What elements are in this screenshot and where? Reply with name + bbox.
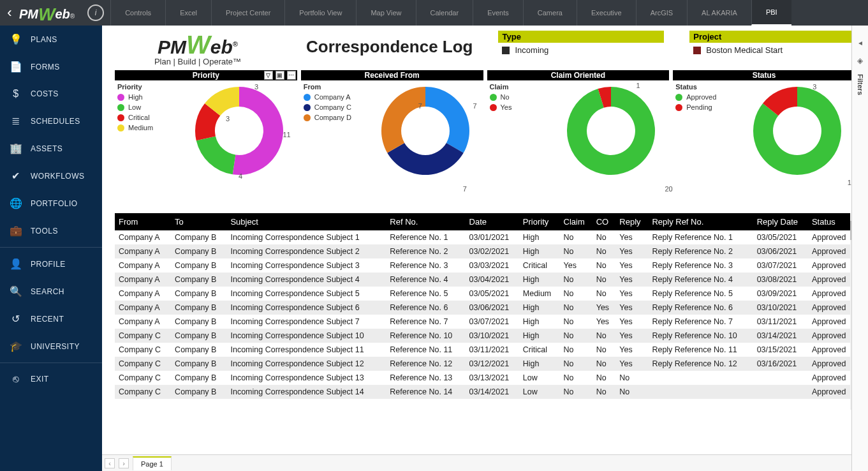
col-priority[interactable]: Priority (519, 213, 560, 230)
table-row[interactable]: Company ACompany BIncoming Correspondenc… (115, 258, 855, 273)
slicer-type[interactable]: Type Incoming (498, 31, 664, 57)
table-cell: No (592, 244, 616, 258)
pager-next-icon[interactable]: › (119, 458, 129, 468)
back-icon[interactable]: ‹ (0, 4, 19, 21)
legend-label: Company A (314, 93, 351, 101)
pager-prev-icon[interactable]: ‹ (105, 458, 115, 468)
table-cell: Yes (615, 301, 648, 315)
topnav-item-camera[interactable]: Camera (523, 0, 577, 26)
sidebar-item-portfolio[interactable]: 🌐PORTFOLIO (0, 190, 102, 217)
col-status[interactable]: Status (808, 213, 855, 230)
col-to[interactable]: To (171, 213, 226, 230)
table-cell: No (560, 244, 592, 258)
table-row[interactable]: Company ACompany BIncoming Correspondenc… (115, 230, 855, 244)
table-row[interactable]: Company CCompany BIncoming Correspondenc… (115, 329, 855, 343)
sidebar-item-university[interactable]: 🎓UNIVERSITY (0, 333, 102, 360)
focus-icon[interactable]: ▣ (276, 71, 284, 80)
sidebar-item-forms[interactable]: 📄FORMS (0, 53, 102, 80)
sidebar-item-label: PLANS (31, 35, 57, 44)
table-row[interactable]: Company ACompany BIncoming Correspondenc… (115, 287, 855, 301)
legend-dot-icon (675, 94, 682, 101)
topnav-item-events[interactable]: Events (473, 0, 523, 26)
sidebar-item-schedules[interactable]: ≣SCHEDULES (0, 107, 102, 135)
col-date[interactable]: Date (466, 213, 519, 230)
table-cell: Incoming Correspondence Subject 1 (226, 230, 386, 244)
sidebar-item-search[interactable]: 🔍SEARCH (0, 278, 102, 305)
topnav-item-calendar[interactable]: Calendar (416, 0, 473, 26)
topnav-item-project-center[interactable]: Project Center (211, 0, 284, 26)
chart-title: Priority▽▣⋯ (115, 70, 297, 80)
sidebar-item-assets[interactable]: 🏢ASSETS (0, 135, 102, 162)
table-cell: Yes (592, 301, 616, 315)
more-icon[interactable]: ⋯ (287, 71, 296, 80)
sidebar-item-profile[interactable]: 👤PROFILE (0, 250, 102, 278)
topnav-item-arcgis[interactable]: ArcGIS (636, 0, 687, 26)
table-cell: Company A (115, 301, 171, 315)
topnav-item-portfolio-view[interactable]: Portfolio View (284, 0, 356, 26)
table-cell: 03/06/2021 (753, 244, 808, 258)
chart-priority[interactable]: Priority▽▣⋯PriorityHighLowCriticalMedium… (115, 70, 297, 208)
sidebar-item-recent[interactable]: ↺RECENT (0, 305, 102, 333)
table-cell: 03/09/2021 (753, 287, 808, 301)
table-row[interactable]: Company ACompany BIncoming Correspondenc… (115, 273, 855, 287)
table-row[interactable]: Company CCompany BIncoming Correspondenc… (115, 357, 855, 371)
slicer-project[interactable]: Project Boston Medical Start (689, 31, 855, 57)
table-cell: 03/08/2021 (753, 273, 808, 287)
topnav-item-controls[interactable]: Controls (110, 0, 165, 26)
swatch-icon (502, 47, 510, 54)
col-reply-ref-no-[interactable]: Reply Ref No. (648, 213, 753, 230)
table-cell: No (592, 371, 616, 385)
table-cell: High (519, 315, 560, 329)
table-cell: Incoming Correspondence Subject 11 (226, 343, 386, 357)
table-cell: High (519, 273, 560, 287)
table-row[interactable]: Company ACompany BIncoming Correspondenc… (115, 244, 855, 258)
table-row[interactable]: Company ACompany BIncoming Correspondenc… (115, 301, 855, 315)
table-cell: Company A (115, 244, 171, 258)
col-reply[interactable]: Reply (615, 213, 648, 230)
info-icon[interactable]: i (87, 4, 104, 21)
sidebar-item-workflows[interactable]: ✔WORKFLOWS (0, 162, 102, 190)
col-ref-no-[interactable]: Ref No. (386, 213, 465, 230)
col-reply-date[interactable]: Reply Date (753, 213, 808, 230)
topnav-item-pbi[interactable]: PBI (751, 0, 791, 26)
sidebar-item-tools[interactable]: 💼TOOLS (0, 217, 102, 244)
table-row[interactable]: Company CCompany BIncoming Correspondenc… (115, 343, 855, 357)
table-cell: No (592, 343, 616, 357)
col-co[interactable]: CO (592, 213, 616, 230)
table-row[interactable]: Company CCompany BIncoming Correspondenc… (115, 371, 855, 385)
col-claim[interactable]: Claim (560, 213, 592, 230)
col-from[interactable]: From (115, 213, 171, 230)
table-cell: Reply Reference No. 5 (648, 287, 753, 301)
table-cell: No (560, 273, 592, 287)
chart-claim-oriented[interactable]: Claim OrientedClaimNoYes120 (487, 70, 670, 208)
legend-dot-icon (675, 104, 682, 111)
topnav-item-executive[interactable]: Executive (577, 0, 636, 26)
bookmark-icon[interactable]: ◈ (857, 56, 863, 65)
table-cell: Company A (115, 258, 171, 273)
filter-icon[interactable]: ▽ (264, 71, 273, 80)
col-subject[interactable]: Subject (226, 213, 386, 230)
sidebar-item-label: RECENT (31, 315, 64, 324)
sidebar-icon: ⎋ (9, 373, 23, 385)
table-cell: 03/10/2021 (466, 329, 519, 343)
correspondence-table[interactable]: FromToSubjectRef No.DatePriorityClaimCOR… (115, 213, 855, 410)
pager-page-tab[interactable]: Page 1 (133, 456, 172, 470)
sidebar-item-plans[interactable]: 💡PLANS (0, 26, 102, 53)
table-cell: Company B (171, 385, 226, 399)
table-cell: 03/13/2021 (466, 371, 519, 385)
topnav-item-map-view[interactable]: Map View (356, 0, 415, 26)
chart-received-from[interactable]: Received FromFromCompany ACompany CCompa… (301, 70, 483, 208)
filters-rail[interactable]: ◂ ◈ Filters (851, 26, 868, 471)
chevron-left-icon[interactable]: ◂ (858, 38, 862, 47)
top-nav: ControlsExcelProject CenterPortfolio Vie… (110, 0, 868, 26)
table-cell: Approved (808, 244, 855, 258)
sidebar-item-exit[interactable]: ⎋EXIT (0, 366, 102, 392)
topnav-item-al-akaria[interactable]: AL AKARIA (687, 0, 751, 26)
sidebar-item-costs[interactable]: $COSTS (0, 80, 102, 107)
table-row[interactable]: Company CCompany BIncoming Correspondenc… (115, 385, 855, 399)
chart-status[interactable]: StatusStatusApprovedPending318 (673, 70, 855, 208)
topnav-item-excel[interactable]: Excel (165, 0, 211, 26)
table-cell: Company C (115, 371, 171, 385)
table-cell: Yes (615, 287, 648, 301)
table-row[interactable]: Company ACompany BIncoming Correspondenc… (115, 315, 855, 329)
